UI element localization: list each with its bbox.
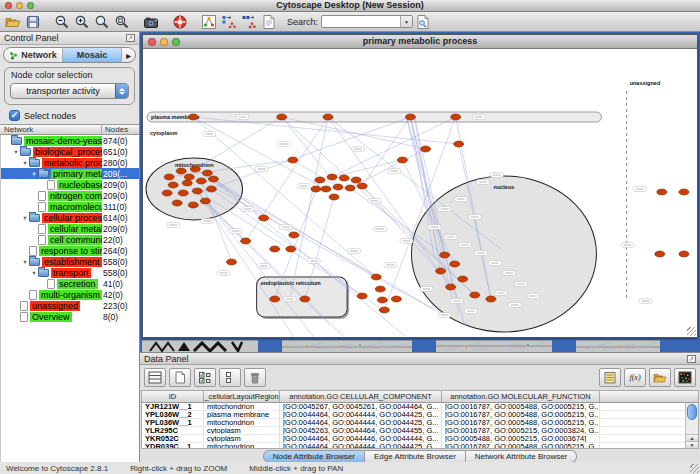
column-network[interactable]: Network (0, 125, 102, 134)
scroll-up-icon[interactable]: ▲ (686, 434, 698, 441)
layout-from-network-button[interactable] (219, 13, 239, 31)
column-nodes[interactable]: Nodes (102, 125, 139, 134)
float-panel-icon[interactable]: ↗ (126, 34, 135, 42)
column-header[interactable]: annotation.GO CELLULAR_COMPONENT (280, 391, 442, 402)
graph-node[interactable] (458, 276, 468, 282)
tree-row[interactable]: ▼transport558(0) (1, 267, 139, 278)
save-session-button[interactable] (23, 13, 43, 31)
unselect-attributes-button[interactable] (219, 368, 241, 387)
configure-search-button[interactable] (413, 13, 433, 31)
minimize-button[interactable] (16, 2, 23, 9)
graph-node[interactable] (178, 190, 188, 196)
graph-node[interactable] (446, 284, 456, 290)
graph-node[interactable] (188, 202, 198, 208)
graph-node[interactable] (196, 178, 206, 184)
graph-node[interactable] (357, 293, 367, 299)
expander-icon[interactable]: ▼ (30, 270, 38, 276)
graph-node[interactable] (379, 307, 389, 313)
graph-node[interactable] (440, 252, 450, 258)
delete-attribute-button[interactable] (244, 368, 266, 387)
table-row[interactable]: YPL036W__1mitochondrion[GO:0044464, GO:0… (142, 419, 685, 427)
expander-icon[interactable]: ▼ (21, 259, 29, 265)
tab-network[interactable]: Network (4, 48, 63, 62)
tab-overflow-button[interactable]: ▶ (122, 48, 135, 62)
graph-node[interactable] (655, 251, 665, 257)
select-nodes-checkbox[interactable]: ✓ (9, 110, 20, 121)
graph-node[interactable] (176, 168, 186, 174)
close-button[interactable] (148, 38, 156, 46)
zoom-fit-button[interactable] (92, 13, 112, 31)
graph-node[interactable] (311, 186, 321, 192)
table-row[interactable]: YJR121W__1mitochondrion[GO:0045267, GO:0… (142, 403, 685, 411)
matrix-view-button[interactable] (674, 368, 696, 387)
new-attribute-button[interactable] (169, 368, 191, 387)
graph-node[interactable] (657, 189, 667, 195)
zoom-button[interactable] (27, 2, 34, 9)
graph-node[interactable] (241, 238, 251, 244)
vizmapper-button[interactable] (199, 13, 219, 31)
graph-node[interactable] (377, 297, 387, 303)
graph-node[interactable] (333, 184, 343, 190)
graph-node[interactable] (451, 114, 461, 120)
search-input[interactable]: ▼ (321, 15, 413, 28)
graph-node[interactable] (470, 292, 480, 298)
attribute-table-button[interactable] (144, 368, 166, 387)
attribute-list-button[interactable] (599, 368, 621, 387)
table-scrollbar[interactable]: ▲ ▼ (685, 403, 698, 448)
graph-node[interactable] (405, 114, 415, 120)
graph-node[interactable] (300, 296, 310, 302)
graph-node[interactable] (323, 114, 333, 120)
graph-node[interactable] (315, 177, 325, 183)
zoom-selected-button[interactable] (112, 13, 132, 31)
graph-node[interactable] (190, 166, 200, 172)
graph-node[interactable] (270, 296, 280, 302)
tree-row[interactable]: secretion41(0) (1, 278, 139, 289)
network-window-controls[interactable] (148, 38, 180, 46)
select-attributes-button[interactable] (194, 368, 216, 387)
graph-node[interactable] (329, 194, 339, 200)
tree-row[interactable]: ▼cellular process614(0) (1, 212, 139, 223)
network-canvas[interactable]: plasma membrane cytoplasm unassigned nuc… (143, 49, 697, 337)
scroll-down-icon[interactable]: ▼ (686, 441, 698, 448)
graph-node[interactable] (339, 175, 349, 181)
tree-row[interactable]: ▼primary metabo209(... (1, 168, 139, 179)
graph-node[interactable] (226, 259, 236, 265)
graph-node[interactable] (289, 232, 299, 238)
tree-row[interactable]: cellular metabo209(0) (1, 223, 139, 234)
graph-node[interactable] (164, 174, 174, 180)
graph-node[interactable] (270, 246, 280, 252)
graph-node[interactable] (351, 177, 361, 183)
graph-node[interactable] (277, 114, 287, 120)
column-header[interactable]: _cellularLayoutRegion (204, 391, 280, 402)
zoom-button[interactable] (172, 38, 180, 46)
tree-row[interactable]: Overview8(0) (1, 311, 139, 322)
graph-node[interactable] (391, 296, 401, 302)
open-session-button[interactable] (3, 13, 23, 31)
import-attributes-button[interactable] (649, 368, 671, 387)
tree-row[interactable]: nucleobase-209(0) (1, 179, 139, 190)
tree-row[interactable]: nitrogen compo209(0) (1, 190, 139, 201)
graph-node[interactable] (421, 146, 431, 152)
graph-node[interactable] (454, 141, 464, 147)
node-color-dropdown[interactable]: transporter activity (10, 83, 129, 99)
zoom-in-button[interactable] (72, 13, 92, 31)
graph-node[interactable] (375, 286, 385, 292)
graph-node[interactable] (679, 251, 689, 257)
float-panel-icon[interactable]: ↗ (687, 355, 696, 363)
graph-node[interactable] (182, 180, 192, 186)
graph-node[interactable] (679, 189, 689, 195)
graph-node[interactable] (357, 183, 367, 189)
expander-icon[interactable]: ▼ (21, 160, 29, 166)
snapshot-button[interactable] (141, 13, 161, 31)
expander-icon[interactable]: ▼ (12, 149, 20, 155)
tree-row[interactable]: macromolecule311(0) (1, 201, 139, 212)
formula-button[interactable]: f(x) (624, 368, 646, 387)
help-button[interactable] (170, 13, 190, 31)
annotation-button[interactable] (259, 13, 279, 31)
graph-node[interactable] (192, 188, 202, 194)
graph-node[interactable] (188, 114, 198, 120)
tree-row[interactable]: multi-organism pro42(0) (1, 289, 139, 300)
column-header[interactable]: annotation.GO MOLECULAR_FUNCTION (442, 391, 600, 402)
table-row[interactable]: YPL036W__2plasma membrane[GO:0044464, GO… (142, 411, 685, 419)
graph-node[interactable] (202, 170, 212, 176)
